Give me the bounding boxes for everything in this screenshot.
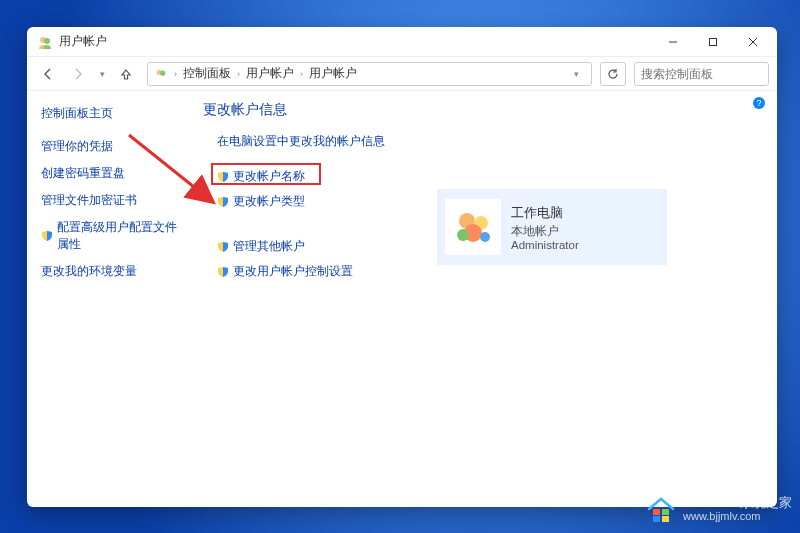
sidebar-item-file-encryption[interactable]: 管理文件加密证书	[41, 192, 179, 209]
user-accounts-icon	[37, 34, 53, 50]
window-title: 用户帐户	[59, 33, 107, 50]
content-area: ? 控制面板主页 管理你的凭据 创建密码重置盘 管理文件加密证书 配置高级用户配…	[27, 91, 777, 507]
svg-point-13	[457, 229, 469, 241]
breadcrumb-segment[interactable]: 控制面板	[183, 66, 231, 81]
sidebar-item-advanced-profile[interactable]: 配置高级用户配置文件属性	[41, 219, 179, 253]
svg-point-1	[44, 38, 50, 44]
navbar: ▾ › 控制面板 › 用户帐户 › 用户帐户 ▾	[27, 57, 777, 91]
help-icon[interactable]: ?	[753, 97, 765, 109]
watermark-logo-icon	[645, 493, 677, 525]
svg-point-7	[160, 70, 165, 75]
sidebar-item-home[interactable]: 控制面板主页	[41, 105, 179, 122]
shield-icon	[217, 196, 229, 208]
search-box[interactable]	[634, 62, 769, 86]
chevron-right-icon: ›	[298, 69, 305, 79]
shield-icon	[217, 241, 229, 253]
task-uac-settings[interactable]: 更改用户帐户控制设置	[217, 263, 761, 280]
page-heading: 更改帐户信息	[203, 101, 761, 119]
address-bar[interactable]: › 控制面板 › 用户帐户 › 用户帐户 ▾	[147, 62, 592, 86]
sidebar-item-password-reset[interactable]: 创建密码重置盘	[41, 165, 179, 182]
watermark-line2: www.bjjmlv.com	[683, 510, 792, 522]
task-label: 在电脑设置中更改我的帐户信息	[217, 133, 385, 150]
shield-icon	[41, 230, 53, 242]
svg-rect-19	[662, 516, 669, 522]
chevron-right-icon: ›	[172, 69, 179, 79]
sidebar: 控制面板主页 管理你的凭据 创建密码重置盘 管理文件加密证书 配置高级用户配置文…	[27, 91, 187, 507]
breadcrumb-segment[interactable]: 用户帐户	[309, 66, 357, 81]
sidebar-item-label: 控制面板主页	[41, 105, 113, 122]
refresh-button[interactable]	[600, 62, 626, 86]
task-label: 管理其他帐户	[233, 238, 305, 255]
svg-rect-18	[653, 516, 660, 522]
task-label: 更改帐户类型	[233, 193, 305, 210]
maximize-button[interactable]	[693, 28, 733, 56]
search-input[interactable]	[641, 68, 777, 80]
account-type: 本地帐户	[511, 224, 579, 239]
user-accounts-icon	[154, 67, 168, 81]
breadcrumb-segment[interactable]: 用户帐户	[246, 66, 294, 81]
task-label: 更改帐户名称	[233, 168, 305, 185]
watermark-line1: Windows系统之家	[683, 496, 792, 510]
account-avatar	[445, 199, 501, 255]
titlebar: 用户帐户	[27, 27, 777, 57]
svg-point-14	[480, 232, 490, 242]
up-button[interactable]	[113, 61, 139, 87]
main-panel: 更改帐户信息 在电脑设置中更改我的帐户信息 更改帐户名称	[187, 91, 777, 507]
address-dropdown-icon[interactable]: ▾	[567, 69, 585, 79]
control-panel-window: 用户帐户 ▾ › 控制面板 › 用户帐户	[27, 27, 777, 507]
sidebar-item-label: 更改我的环境变量	[41, 263, 137, 280]
sidebar-item-env-vars[interactable]: 更改我的环境变量	[41, 263, 179, 280]
sidebar-item-label: 创建密码重置盘	[41, 165, 125, 182]
sidebar-item-credentials[interactable]: 管理你的凭据	[41, 138, 179, 155]
svg-rect-16	[653, 509, 660, 515]
back-button[interactable]	[35, 61, 61, 87]
task-change-account-name[interactable]: 更改帐户名称	[217, 168, 761, 185]
account-role: Administrator	[511, 239, 579, 251]
task-label: 更改用户帐户控制设置	[233, 263, 353, 280]
account-info: 工作电脑 本地帐户 Administrator	[511, 204, 579, 251]
svg-rect-17	[662, 509, 669, 515]
close-button[interactable]	[733, 28, 773, 56]
task-change-in-settings[interactable]: 在电脑设置中更改我的帐户信息	[217, 133, 761, 150]
sidebar-item-label: 配置高级用户配置文件属性	[57, 219, 179, 253]
chevron-right-icon: ›	[235, 69, 242, 79]
shield-icon	[217, 266, 229, 278]
current-account-card: 工作电脑 本地帐户 Administrator	[437, 189, 667, 265]
sidebar-item-label: 管理文件加密证书	[41, 192, 137, 209]
forward-button[interactable]	[65, 61, 91, 87]
shield-icon	[217, 171, 229, 183]
account-name: 工作电脑	[511, 204, 579, 222]
watermark: Windows系统之家 www.bjjmlv.com	[645, 493, 792, 525]
minimize-button[interactable]	[653, 28, 693, 56]
history-dropdown[interactable]: ▾	[95, 61, 109, 87]
svg-rect-3	[710, 38, 717, 45]
sidebar-item-label: 管理你的凭据	[41, 138, 113, 155]
